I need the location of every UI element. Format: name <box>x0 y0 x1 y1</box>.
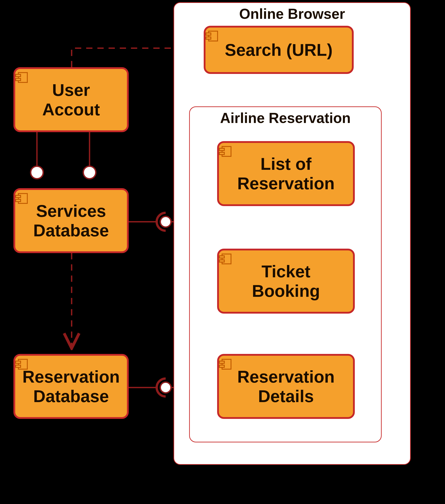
svg-point-5 <box>160 216 171 227</box>
svg-rect-25 <box>16 361 21 363</box>
component-ticket-booking: Ticket Booking <box>217 249 355 314</box>
component-label: User Accout <box>21 80 121 119</box>
component-icon <box>205 31 218 41</box>
component-search-url: Search (URL) <box>204 26 354 74</box>
svg-rect-35 <box>219 260 224 262</box>
component-label: Reservation Database <box>21 367 121 406</box>
svg-rect-38 <box>219 365 224 367</box>
svg-rect-20 <box>16 78 21 81</box>
component-icon <box>15 359 28 370</box>
component-list-of-reservation: List of Reservation <box>217 141 355 206</box>
component-user-account: User Accout <box>14 67 129 132</box>
svg-rect-23 <box>16 199 21 202</box>
component-icon <box>219 253 231 264</box>
svg-rect-29 <box>206 37 211 39</box>
svg-rect-37 <box>219 361 224 363</box>
svg-rect-32 <box>219 152 224 155</box>
component-label: Reservation Details <box>225 367 347 406</box>
component-icon <box>15 72 28 83</box>
svg-rect-19 <box>16 74 21 77</box>
svg-rect-31 <box>219 148 224 150</box>
svg-point-3 <box>83 166 96 179</box>
component-icon <box>15 193 28 204</box>
component-reservation-database: Reservation Database <box>14 354 129 419</box>
svg-rect-28 <box>206 33 211 35</box>
component-label: Ticket Booking <box>225 262 347 301</box>
component-reservation-details: Reservation Details <box>217 354 355 419</box>
component-icon <box>219 359 231 370</box>
component-label: Services Database <box>21 201 121 240</box>
svg-point-11 <box>160 382 171 393</box>
svg-point-1 <box>31 166 43 179</box>
svg-rect-22 <box>16 195 21 198</box>
component-label: List of Reservation <box>225 154 347 193</box>
component-icon <box>219 146 231 157</box>
svg-rect-34 <box>219 256 224 258</box>
component-services-database: Services Database <box>14 188 129 253</box>
diagram-canvas: Online Browser Airline Reservation User … <box>0 0 445 504</box>
container-title: Airline Reservation <box>190 110 381 126</box>
svg-rect-26 <box>16 365 21 367</box>
component-label: Search (URL) <box>225 40 332 60</box>
container-title: Online Browser <box>174 6 410 22</box>
